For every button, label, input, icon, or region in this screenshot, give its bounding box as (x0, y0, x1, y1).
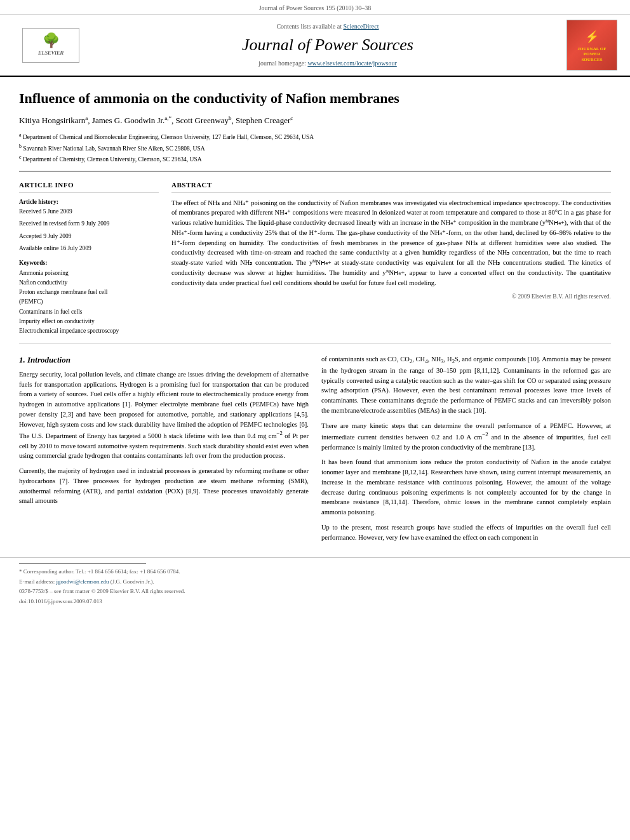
power-icon: ⚡ (585, 29, 599, 45)
revised-date: Received in revised form 9 July 2009 (19, 220, 159, 228)
affil-2: b Savannah River National Lab, Savannah … (19, 143, 611, 153)
right-para-2: There are many kinetic steps that can de… (321, 421, 611, 453)
abstract-col: ABSTRACT The effect of NH₃ and NH₄⁺ pois… (171, 180, 611, 337)
intro-para-1: Energy security, local pollution levels,… (19, 370, 309, 461)
keyword-2: Nafion conductivity (19, 279, 159, 287)
affil-1: a Department of Chemical and Biomolecula… (19, 131, 611, 142)
article-title-section: Influence of ammonia on the conductivity… (19, 77, 611, 171)
author-1: Kitiya Hongsirikarna (19, 116, 88, 125)
keyword-6: Impurity effect on conductivity (19, 317, 159, 326)
online-date: Available online 16 July 2009 (19, 244, 159, 253)
page-footer: * Corresponding author. Tel.: +1 864 656… (0, 557, 630, 612)
received-date: Received 5 June 2009 (19, 208, 159, 216)
body-right: of contaminants such as CO, CO2, CH4, NH… (321, 354, 611, 548)
journal-homepage: journal homepage: www.elsevier.com/locat… (89, 59, 566, 68)
power-sources-text: JOURNAL OFPOWERSOURCES (578, 46, 607, 62)
body-section: 1. Introduction Energy security, local p… (19, 344, 611, 558)
homepage-label: journal homepage: (258, 60, 306, 67)
power-sources-logo: ⚡ JOURNAL OFPOWERSOURCES (566, 20, 617, 70)
elsevier-label: ELSEVIER (38, 49, 64, 57)
journal-header: 🌳 ELSEVIER Contents lists available at S… (0, 15, 630, 77)
abstract-text: The effect of NH₃ and NH₄⁺ poisoning on … (171, 198, 611, 288)
main-content: Influence of ammonia on the conductivity… (0, 77, 630, 557)
email-link[interactable]: jgoodwi@clemson.edu (56, 578, 109, 585)
keyword-7: Electrochemical impedance spectroscopy (19, 327, 159, 335)
keywords-section: Keywords: Ammonia poisoning Nafion condu… (19, 259, 159, 335)
email-label: E-mail address: (19, 578, 55, 585)
elsevier-tree-icon: 🌳 (43, 34, 60, 48)
journal-title: Journal of Power Sources (89, 34, 566, 57)
history-label: Article history: (19, 198, 159, 206)
journal-citation: Journal of Power Sources 195 (2010) 30–3… (259, 4, 372, 11)
article-info-header: ARTICLE INFO (19, 180, 159, 192)
sciencedirect-line: Contents lists available at ScienceDirec… (89, 22, 566, 31)
keyword-3: Proton exchange membrane fuel cell (19, 288, 159, 297)
body-left: 1. Introduction Energy security, local p… (19, 354, 309, 548)
elsevier-logo-area: 🌳 ELSEVIER (13, 28, 89, 63)
abstract-header: ABSTRACT (171, 180, 611, 192)
elsevier-logo-box: 🌳 ELSEVIER (22, 28, 79, 63)
affil-3: c Department of Chemistry, Clemson Unive… (19, 154, 611, 164)
doi-line: doi:10.1016/j.jpowsour.2009.07.013 (19, 597, 611, 606)
email-suffix: (J.G. Goodwin Jr.). (111, 578, 154, 585)
info-abstract-section: ARTICLE INFO Article history: Received 5… (19, 171, 611, 343)
author-3: Scott Greenwayb (176, 116, 232, 125)
corresponding-author: * Corresponding author. Tel.: +1 864 656… (19, 568, 611, 576)
right-para-3: It has been found that ammonium ions red… (321, 457, 611, 517)
keyword-4: (PEMFC) (19, 298, 159, 306)
author-2: James G. Goodwin Jr.a,* (92, 116, 171, 125)
elsevier-logo: 🌳 ELSEVIER (13, 28, 89, 63)
accepted-date: Accepted 9 July 2009 (19, 232, 159, 241)
issn-line: 0378-7753/$ – see front matter © 2009 El… (19, 587, 611, 596)
journal-title-area: Contents lists available at ScienceDirec… (89, 22, 566, 68)
sciencedirect-link[interactable]: ScienceDirect (343, 23, 379, 30)
homepage-link[interactable]: www.elsevier.com/locate/jpowsour (307, 60, 396, 67)
article-info-col: ARTICLE INFO Article history: Received 5… (19, 180, 159, 337)
keywords-label: Keywords: (19, 259, 159, 267)
journal-bar: Journal of Power Sources 195 (2010) 30–3… (0, 0, 630, 15)
keyword-5: Contaminants in fuel cells (19, 308, 159, 316)
right-para-4: Up to the present, most research groups … (321, 523, 611, 543)
intro-para-2: Currently, the majority of hydrogen used… (19, 466, 309, 506)
author-4: Stephen Creagerc (236, 116, 293, 125)
article-title: Influence of ammonia on the conductivity… (19, 90, 611, 108)
authors-line: Kitiya Hongsirikarna, James G. Goodwin J… (19, 114, 611, 127)
copyright: © 2009 Elsevier B.V. All rights reserved… (171, 293, 611, 301)
affiliations: a Department of Chemical and Biomolecula… (19, 131, 611, 164)
intro-title: 1. Introduction (19, 354, 309, 366)
sciencedirect-label: Contents lists available at (276, 23, 341, 30)
email-footnote: E-mail address: jgoodwi@clemson.edu (J.G… (19, 578, 611, 586)
keyword-1: Ammonia poisoning (19, 269, 159, 277)
footer-divider (19, 563, 146, 564)
right-para-1: of contaminants such as CO, CO2, CH4, NH… (321, 354, 611, 416)
